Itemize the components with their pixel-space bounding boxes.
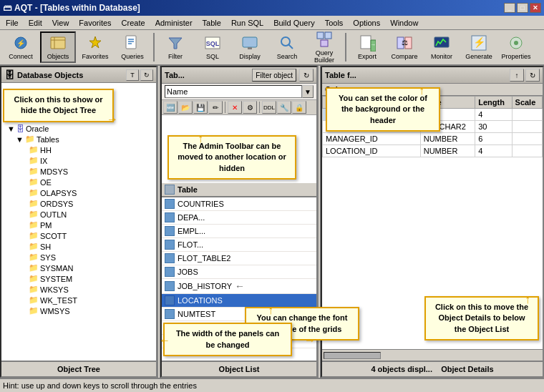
menu-favorites[interactable]: Favorites <box>74 17 115 29</box>
tree-refresh-button[interactable]: ↻ <box>140 69 153 81</box>
hscroll-bar[interactable] <box>322 349 543 361</box>
db-icon: 🗄 <box>4 69 14 81</box>
mini-sep <box>225 102 225 113</box>
new-btn[interactable]: 🆕 <box>163 101 178 114</box>
db-icon: 🗄 <box>16 124 24 133</box>
tree-item[interactable]: 📁SYSMAN <box>3 263 155 273</box>
menu-buildquery[interactable]: Build Query <box>269 17 319 29</box>
edit-btn[interactable]: ✏ <box>208 101 223 114</box>
menu-table[interactable]: Table <box>198 17 225 29</box>
right-refresh-button[interactable]: ↻ <box>525 69 540 82</box>
table-row[interactable]: LOCATION_ID NUMBER 4 <box>323 145 543 157</box>
table-name: NUMTEST <box>178 310 215 318</box>
list-item[interactable]: LOCATIONS <box>162 294 316 308</box>
tree-label: Tables <box>37 135 59 144</box>
list-item[interactable]: FLOT... <box>162 238 316 252</box>
tree-item[interactable]: 📁PM <box>3 220 155 230</box>
tree-toggle-button[interactable]: T <box>126 69 139 81</box>
menu-administer[interactable]: Administer <box>151 17 197 29</box>
querybuilder-button[interactable]: Query Builder <box>306 31 342 63</box>
search-button[interactable]: Search <box>269 31 305 63</box>
lock-btn[interactable]: 🔒 <box>292 101 306 114</box>
list-item[interactable]: JOBS <box>162 265 316 279</box>
tree-item[interactable]: 📁SCOTT <box>3 230 155 241</box>
menu-edit[interactable]: Edit <box>24 17 47 29</box>
hscroll-thumb[interactable] <box>324 352 381 359</box>
tree-item[interactable]: 📁HH <box>3 144 155 155</box>
tree-item[interactable]: 📁SH <box>3 241 155 252</box>
tree-item[interactable]: ▼ 📁 Tables <box>3 134 155 144</box>
tree-item[interactable]: ▼ 🗄 Oracle <box>3 124 155 134</box>
props-btn[interactable]: 🔧 <box>277 101 291 114</box>
delete-btn[interactable]: ✕ <box>228 101 242 114</box>
connect-button[interactable]: ⚡ Connect <box>3 31 39 63</box>
tree-item[interactable]: 📁WMSYS <box>3 305 155 316</box>
table-name: DEPA... <box>178 213 205 222</box>
list-item[interactable]: JOB_HISTORY ← <box>162 279 316 294</box>
menu-runsql[interactable]: Run SQL <box>227 17 268 29</box>
middle-refresh-button[interactable]: ↻ <box>299 69 314 82</box>
objects-button[interactable]: Objects <box>40 31 76 63</box>
properties-button[interactable]: Properties <box>498 31 534 63</box>
main-area: 🗄 Database Objects T ↻ Click on this to … <box>0 66 544 378</box>
menu-window[interactable]: Window <box>386 17 422 29</box>
svg-text:→: → <box>370 41 376 48</box>
tree-item[interactable]: 📁IX <box>3 155 155 166</box>
open-btn[interactable]: 📂 <box>178 101 193 114</box>
list-item[interactable]: EMPL... <box>162 225 316 238</box>
middle-panel: Tab... Filter object ↻ ▼ 🆕 📂 💾 ✏ ✕ ⚙ DDL… <box>160 66 318 378</box>
menu-options[interactable]: Options <box>349 17 384 29</box>
generate-button[interactable]: ⚡ Generate <box>461 31 497 63</box>
settings-btn[interactable]: ⚙ <box>243 101 257 114</box>
monitor-label: Monitor <box>431 53 452 60</box>
filter-button[interactable]: Filter <box>157 31 193 63</box>
tree-area[interactable]: ▼ 🗄 Oracle ▼ 📁 Tables 📁HH 📁IX 📁MDSYS 📁OE… <box>1 122 156 361</box>
tree-item[interactable]: 📁OUTLN <box>3 209 155 220</box>
monitor-button[interactable]: Monitor <box>424 31 460 63</box>
folder-icon: 📁 <box>29 242 39 251</box>
right-panel-header: Table f... ↑ ↻ <box>322 67 543 84</box>
list-item[interactable]: DEPA... <box>162 211 316 225</box>
tree-item[interactable]: 📁WK_TEST <box>3 295 155 305</box>
toolbar-sep-1 <box>153 33 155 62</box>
export-button[interactable]: → Export <box>349 31 385 63</box>
name-input[interactable] <box>165 85 302 98</box>
menu-tools[interactable]: Tools <box>321 17 348 29</box>
move-details-callout-text: Click on this to move the Object Details… <box>432 302 532 335</box>
queries-button[interactable]: Queries <box>115 31 150 63</box>
name-dropdown-button[interactable]: ▼ <box>302 85 314 98</box>
tree-item[interactable]: 📁SYSTEM <box>3 273 155 284</box>
filter-object-button[interactable]: Filter object <box>252 69 296 82</box>
left-footer-text: Object Tree <box>57 365 100 373</box>
maximize-button[interactable]: □ <box>517 3 528 13</box>
tree-item[interactable]: 📁OLAPSYS <box>3 187 155 198</box>
table-row[interactable]: MANAGER_ID NUMBER 6 <box>323 133 543 145</box>
save-btn[interactable]: 💾 <box>193 101 208 114</box>
sql-button[interactable]: SQL SQL <box>195 31 230 63</box>
tree-item[interactable]: 📁ORDSYS <box>3 198 155 209</box>
tree-item[interactable]: 📁SYS <box>3 252 155 263</box>
list-item[interactable]: COUNTRIES <box>162 197 316 211</box>
favorites-button[interactable]: Favorites <box>77 31 113 63</box>
display-button[interactable]: Display <box>232 31 268 63</box>
export-icon: → <box>359 34 376 52</box>
compare-button[interactable]: ⚖ Compare <box>387 31 422 63</box>
table-color-indicator <box>165 226 175 236</box>
folder-icon: 📁 <box>29 188 39 197</box>
right-up-button[interactable]: ↑ <box>510 69 524 82</box>
minimize-button[interactable]: _ <box>504 3 515 13</box>
list-item[interactable]: FLOT_TABLE2 <box>162 252 316 265</box>
menu-file[interactable]: File <box>1 17 23 29</box>
queries-label: Queries <box>121 53 144 60</box>
menu-create[interactable]: Create <box>117 17 150 29</box>
display-label: Display <box>239 53 261 60</box>
tree-item[interactable]: 📁OE <box>3 177 155 187</box>
menu-view[interactable]: View <box>48 17 74 29</box>
middle-mini-toolbar: 🆕 📂 💾 ✏ ✕ ⚙ DDL 🔧 🔒 <box>162 100 316 115</box>
ddl-btn[interactable]: DDL <box>262 101 276 114</box>
tree-item[interactable]: 📁WKSYS <box>3 284 155 295</box>
close-button[interactable]: ✕ <box>530 3 541 13</box>
sql-icon: SQL <box>204 34 221 52</box>
tree-item[interactable]: 📁MDSYS <box>3 166 155 177</box>
expand-icon: ▼ <box>16 135 24 144</box>
